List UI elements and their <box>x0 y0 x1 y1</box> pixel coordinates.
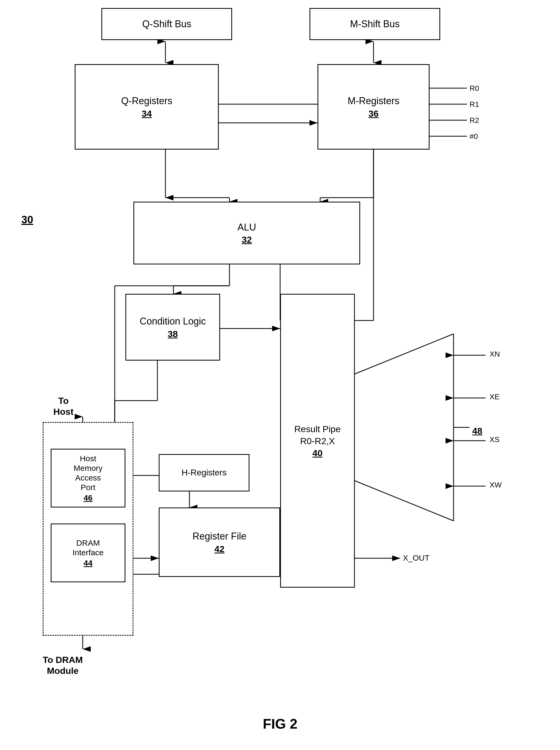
to-host-label: ToHost <box>54 395 74 417</box>
result-pipe-box: Result Pipe R0-R2,X 40 <box>280 294 355 588</box>
host-memory-label: Host Memory Access Port <box>74 454 102 492</box>
m-registers-label: M-Registers <box>348 95 399 107</box>
register-file-label: Register File <box>192 530 246 543</box>
q-registers-label: Q-Registers <box>121 95 172 107</box>
xn-label: XN <box>490 350 500 358</box>
host-memory-ref: 46 <box>83 493 92 502</box>
dram-interface-box: DRAM Interface 44 <box>51 524 125 582</box>
condition-logic-label: Condition Logic <box>140 315 206 328</box>
h-registers-label: H-Registers <box>182 467 227 478</box>
r1-label: R1 <box>470 100 479 109</box>
xe-label: XE <box>490 393 499 401</box>
result-pipe-48-ref: 48 <box>472 426 482 436</box>
m-shift-bus-box: M-Shift Bus <box>310 8 440 40</box>
dram-interface-label: DRAM Interface <box>72 538 104 557</box>
q-registers-ref: 34 <box>142 108 152 119</box>
register-file-box: Register File 42 <box>159 508 280 577</box>
result-pipe-label: Result Pipe R0-R2,X <box>294 423 341 447</box>
q-registers-box: Q-Registers 34 <box>75 64 219 150</box>
svg-line-37 <box>355 334 454 374</box>
hash0-label: #0 <box>470 132 478 141</box>
m-registers-box: M-Registers 36 <box>317 64 430 150</box>
alu-label: ALU <box>237 221 256 234</box>
fig-label: FIG 2 <box>227 716 333 732</box>
x-out-label: X_OUT <box>403 553 430 562</box>
diagram-ref-30: 30 <box>21 214 33 226</box>
condition-logic-box: Condition Logic 38 <box>125 294 220 360</box>
m-registers-ref: 36 <box>369 108 378 119</box>
dram-interface-ref: 44 <box>83 558 92 568</box>
r0-label: R0 <box>470 84 479 93</box>
register-file-ref: 42 <box>214 544 225 554</box>
to-dram-label: To DRAMModule <box>43 654 83 676</box>
q-shift-bus-box: Q-Shift Bus <box>101 8 232 40</box>
alu-ref: 32 <box>242 235 252 245</box>
condition-logic-ref: 38 <box>168 329 178 339</box>
alu-box: ALU 32 <box>133 202 360 264</box>
h-registers-box: H-Registers <box>159 454 249 491</box>
diagram-container: Q-Shift Bus M-Shift Bus Q-Registers 34 M… <box>0 0 560 750</box>
xw-label: XW <box>490 481 502 489</box>
q-shift-bus-label: Q-Shift Bus <box>142 18 191 31</box>
xs-label: XS <box>490 435 499 444</box>
host-memory-box: Host Memory Access Port 46 <box>51 449 125 508</box>
r2-label: R2 <box>470 116 479 125</box>
svg-line-38 <box>355 481 454 521</box>
m-shift-bus-label: M-Shift Bus <box>350 18 400 31</box>
result-pipe-ref: 40 <box>312 448 323 458</box>
